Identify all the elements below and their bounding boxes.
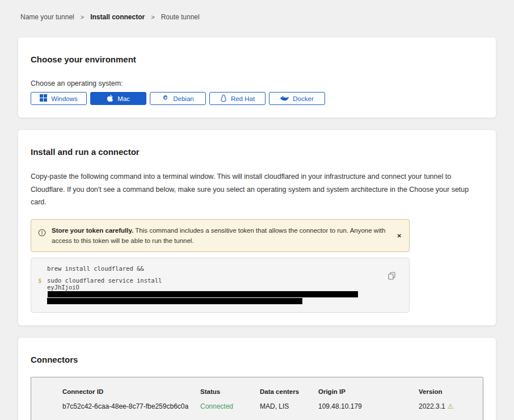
breadcrumb-step-route-tunnel[interactable]: Route tunnel: [161, 13, 200, 21]
connectors-table-header: Connector ID Status Data centers Origin …: [62, 388, 477, 395]
token-prefix: eyJhIjoiO: [47, 284, 79, 291]
windows-icon: [40, 94, 47, 103]
os-button-label: Mac: [117, 95, 130, 102]
debian-icon: [162, 94, 169, 103]
col-header-data-centers: Data centers: [260, 388, 318, 395]
alert-circle-icon: [38, 229, 46, 246]
code-line-install: $ sudo cloudflared service install: [38, 277, 381, 284]
connector-id-value: b7c52c42-6caa-48ee-8c77-fbe259cb6c0a: [62, 402, 200, 410]
docker-whale-icon: [280, 95, 289, 103]
redacted-token-bar: [47, 298, 302, 304]
shell-prompt: $: [38, 277, 47, 284]
breadcrumb-step-name-tunnel[interactable]: Name your tunnel: [20, 13, 74, 21]
install-description: Copy-paste the following command into a …: [31, 170, 483, 209]
redacted-token-bar: [48, 291, 358, 297]
redhat-penguin-icon: [220, 94, 227, 103]
prompt-spacer: [38, 284, 47, 297]
breadcrumb-separator: >: [151, 14, 154, 20]
col-header-origin-ip: Origin IP: [318, 388, 419, 395]
copy-icon[interactable]: [388, 272, 395, 282]
version-value: 2022.3.1⚠: [419, 402, 477, 410]
col-header-status: Status: [200, 388, 260, 395]
code-line-brew: brew install cloudflared &&: [38, 265, 381, 272]
tunnel-setup-page: Name your tunnel > Install connector > R…: [0, 0, 514, 420]
os-button-debian[interactable]: Debian: [150, 92, 206, 105]
warning-text: Store your token carefully. This command…: [52, 225, 390, 246]
close-icon[interactable]: ✕: [397, 232, 402, 238]
os-button-label: Debian: [173, 95, 193, 102]
code-line-token: eyJhIjoiO: [38, 284, 381, 297]
connectors-table: Connector ID Status Data centers Origin …: [31, 377, 483, 420]
os-button-label: Windows: [51, 95, 78, 102]
install-card-title: Install and run a connector: [31, 142, 483, 157]
prompt-spacer: [38, 297, 47, 304]
version-number: 2022.3.1: [419, 402, 445, 410]
os-button-redhat[interactable]: Red Hat: [209, 92, 266, 105]
os-button-label: Red Hat: [231, 95, 255, 102]
warning-triangle-icon: ⚠: [448, 402, 454, 410]
breadcrumb-separator: >: [81, 14, 84, 20]
connectors-card: Connectors Connector ID Status Data cent…: [18, 337, 496, 420]
status-badge: Connected: [200, 402, 260, 410]
table-row: b7c52c42-6caa-48ee-8c77-fbe259cb6c0a Con…: [62, 402, 477, 410]
os-button-mac[interactable]: Mac: [90, 92, 146, 105]
code-text: sudo cloudflared service install: [47, 277, 162, 284]
origin-ip-value: 109.48.10.179: [318, 402, 419, 410]
install-connector-card: Install and run a connector Copy-paste t…: [18, 129, 496, 326]
col-header-connector-id: Connector ID: [62, 388, 200, 395]
os-button-docker[interactable]: Docker: [269, 92, 325, 105]
prompt-spacer: [38, 265, 47, 272]
install-command-code-block: brew install cloudflared && $ sudo cloud…: [31, 258, 410, 313]
os-button-group: Windows Mac Debian: [31, 92, 483, 105]
breadcrumb-step-install-connector[interactable]: Install connector: [90, 13, 145, 21]
warning-title: Store your token carefully.: [52, 227, 133, 234]
apple-icon: [107, 94, 113, 103]
code-line-token-2: [38, 297, 381, 304]
os-select-label: Choose an operating system:: [31, 79, 483, 87]
os-button-label: Docker: [293, 95, 313, 102]
code-text: brew install cloudflared &&: [47, 265, 144, 272]
os-button-windows[interactable]: Windows: [31, 92, 87, 105]
data-centers-value: MAD, LIS: [260, 402, 318, 410]
environment-card-title: Choose your environment: [31, 50, 483, 64]
col-header-version: Version: [419, 388, 477, 395]
breadcrumb: Name your tunnel > Install connector > R…: [20, 0, 496, 21]
choose-environment-card: Choose your environment Choose an operat…: [18, 37, 496, 118]
code-text: eyJhIjoiO: [47, 284, 381, 297]
connectors-card-title: Connectors: [31, 350, 483, 364]
token-warning-banner: Store your token carefully. This command…: [31, 219, 410, 253]
